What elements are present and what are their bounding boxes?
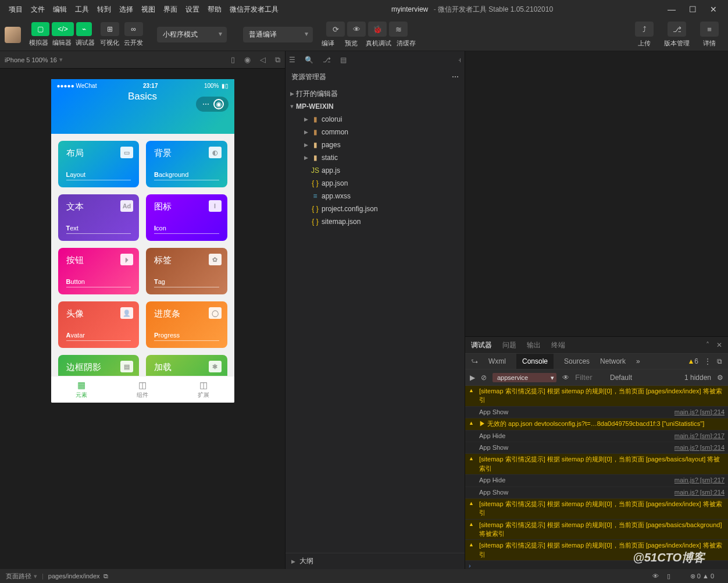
- tile-icon[interactable]: 图标IconI: [146, 194, 227, 241]
- cloud-button[interactable]: ∞: [124, 22, 143, 36]
- console-line[interactable]: App Hidemain.js? [sm]:217: [465, 475, 728, 486]
- search-icon[interactable]: 🔍: [305, 56, 313, 64]
- open-editors-section[interactable]: ▶打开的编辑器: [286, 87, 465, 100]
- upload-button[interactable]: ⤴: [635, 22, 654, 37]
- tabbar-扩展[interactable]: ◫扩展: [173, 376, 234, 403]
- more-icon[interactable]: ⋯: [201, 99, 211, 109]
- version-button[interactable]: ⎇: [668, 22, 686, 37]
- eye-icon[interactable]: 👁: [652, 573, 659, 580]
- file-app.json[interactable]: { }app.json: [286, 177, 465, 190]
- file-pages[interactable]: ▶▮pages: [286, 138, 465, 151]
- tabbar-组件[interactable]: ◫组件: [112, 376, 173, 403]
- console-line[interactable]: [sitemap 索引情况提示] 根据 sitemap 的规则[0]，当前页面 …: [465, 520, 728, 541]
- menu-选择[interactable]: 选择: [115, 5, 137, 15]
- explorer-more-icon[interactable]: ⋯: [452, 73, 459, 81]
- menu-界面[interactable]: 界面: [159, 5, 181, 15]
- detail-button[interactable]: ≡: [700, 22, 719, 37]
- tile-text[interactable]: 文本TextAd: [58, 194, 140, 241]
- copy-icon[interactable]: ⧉: [104, 573, 108, 580]
- file-project.config.json[interactable]: { }project.config.json: [286, 202, 465, 215]
- collapse-icon[interactable]: ˄: [706, 341, 709, 349]
- remote-button[interactable]: 🐞: [368, 22, 387, 37]
- tile-progress[interactable]: 进度条Progress◯: [146, 301, 227, 348]
- tab-terminal[interactable]: 终端: [551, 340, 565, 350]
- visual-button[interactable]: ⊞: [101, 22, 119, 36]
- explorer-tab-icon[interactable]: ☰: [289, 56, 295, 64]
- tile-background[interactable]: 背景Background◐: [146, 141, 227, 187]
- file-static[interactable]: ▶▮static: [286, 151, 465, 164]
- tile-button[interactable]: 按钮Button⏵: [58, 248, 140, 294]
- tile-avatar[interactable]: 头像Avatar👤: [58, 301, 140, 348]
- compile-button[interactable]: ⟳: [326, 22, 345, 37]
- context-select[interactable]: appservice: [493, 373, 556, 382]
- console-output[interactable]: [sitemap 索引情况提示] 根据 sitemap 的规则[0]，当前页面 …: [465, 386, 728, 569]
- project-root[interactable]: ▼MP-WEIXIN: [286, 100, 465, 113]
- hidden-count[interactable]: 1 hidden: [684, 374, 711, 382]
- tile-tag[interactable]: 标签Tag✿: [146, 248, 227, 294]
- avatar[interactable]: [5, 27, 21, 43]
- menu-帮助[interactable]: 帮助: [204, 5, 226, 15]
- phone-content[interactable]: 布局Layout▭背景Background◐文本TextAd图标IconI按钮B…: [51, 134, 234, 376]
- run-icon[interactable]: ▤: [340, 56, 347, 64]
- menu-编辑[interactable]: 编辑: [49, 5, 71, 15]
- tile-layout[interactable]: 布局Layout▭: [58, 141, 140, 187]
- console-line[interactable]: [sitemap 索引情况提示] 根据 sitemap 的规则[0]，当前页面 …: [465, 386, 728, 407]
- live-icon[interactable]: 👁: [562, 374, 569, 382]
- sim-float-icon[interactable]: ▯: [667, 573, 670, 580]
- tab-network[interactable]: Network: [600, 357, 626, 365]
- filter-input[interactable]: [575, 373, 604, 382]
- preview-button[interactable]: 👁: [347, 22, 366, 37]
- console-line[interactable]: App Showmain.js? [sm]:214: [465, 442, 728, 454]
- debugger-button[interactable]: ⌁: [76, 22, 92, 36]
- tab-problems[interactable]: 问题: [502, 340, 516, 350]
- file-sitemap.json[interactable]: { }sitemap.json: [286, 215, 465, 228]
- more-tabs-icon[interactable]: »: [636, 357, 640, 365]
- file-common[interactable]: ▶▮common: [286, 126, 465, 138]
- menu-项目[interactable]: 项目: [5, 5, 27, 15]
- file-app.wxss[interactable]: ≡app.wxss: [286, 190, 465, 202]
- tab-sources[interactable]: Sources: [564, 357, 590, 365]
- outline-section[interactable]: ▶ 大纲: [286, 553, 465, 569]
- record-icon[interactable]: ◉: [244, 55, 251, 65]
- levels-select[interactable]: Default: [610, 374, 632, 382]
- dock-icon[interactable]: ⧉: [717, 357, 722, 365]
- play-icon[interactable]: ▶: [470, 374, 475, 382]
- window-icon[interactable]: ⧉: [275, 55, 280, 65]
- console-line[interactable]: App Showmain.js? [sm]:214: [465, 487, 728, 499]
- device-info[interactable]: iPhone 5 100% 16: [5, 56, 57, 63]
- console-prompt[interactable]: ›: [465, 561, 728, 569]
- inspect-icon[interactable]: ⮑: [471, 357, 478, 365]
- mode-select[interactable]: 小程序模式: [157, 27, 227, 42]
- kebab-icon[interactable]: ⋮: [704, 357, 711, 365]
- tab-output[interactable]: 输出: [527, 340, 541, 350]
- minimize-button[interactable]: —: [665, 5, 678, 14]
- simulator-button[interactable]: ▢: [31, 22, 49, 36]
- tab-wxml[interactable]: Wxml: [488, 357, 506, 365]
- compile-select[interactable]: 普通编译: [243, 27, 313, 42]
- file-colorui[interactable]: ▶▮colorui: [286, 113, 465, 126]
- editor-area[interactable]: [465, 51, 728, 336]
- warn-badge[interactable]: ▲6: [687, 357, 698, 365]
- console-line[interactable]: App Showmain.js? [sm]:214: [465, 407, 728, 418]
- capsule-button[interactable]: ⋯ ◉: [196, 97, 229, 112]
- file-app.js[interactable]: JSapp.js: [286, 164, 465, 177]
- tabbar-元素[interactable]: ▦元素: [51, 376, 112, 403]
- console-line[interactable]: App Hidemain.js? [sm]:217: [465, 431, 728, 442]
- git-icon[interactable]: ⎇: [323, 56, 331, 64]
- rotate-icon[interactable]: ▯: [231, 55, 235, 65]
- close-button[interactable]: ✕: [707, 5, 720, 14]
- menu-微信开发者工具[interactable]: 微信开发者工具: [226, 5, 283, 15]
- console-line[interactable]: ▶ 无效的 app.json devtoolsconfig.js?t=…8da0…: [465, 418, 728, 430]
- gear-icon[interactable]: ⚙: [717, 374, 723, 382]
- close-icon[interactable]: ✕: [716, 341, 722, 349]
- menu-设置[interactable]: 设置: [181, 5, 204, 15]
- target-icon[interactable]: ◉: [213, 99, 224, 109]
- tile-loading[interactable]: 加载Loading✱: [146, 355, 227, 376]
- page-path[interactable]: pages/index/index: [48, 573, 100, 580]
- split-icon[interactable]: ⫞: [458, 56, 461, 64]
- editor-button[interactable]: </>: [52, 22, 73, 36]
- clearcache-button[interactable]: ≋: [389, 22, 408, 37]
- tab-debugger[interactable]: 调试器: [471, 340, 492, 350]
- tile-shadow[interactable]: 边框阴影Shadow▤: [58, 355, 140, 376]
- menu-工具[interactable]: 工具: [71, 5, 93, 15]
